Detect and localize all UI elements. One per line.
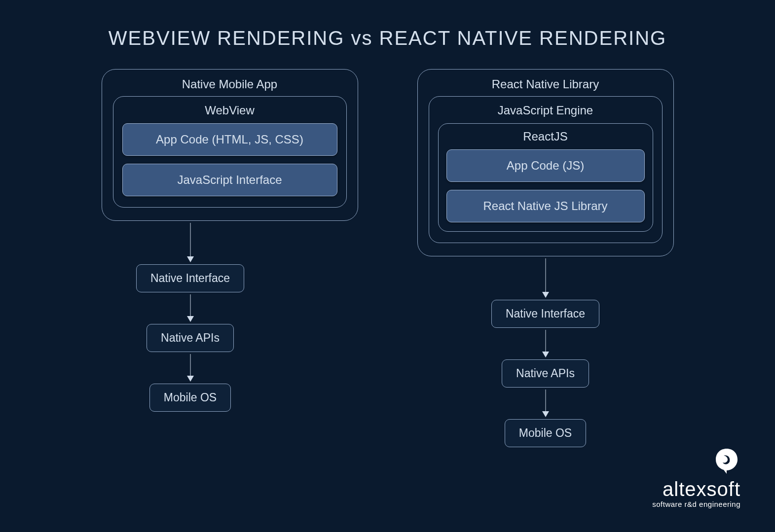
native-apis-box-left: Native APIs (147, 324, 234, 352)
app-code-js-box: App Code (JS) (446, 149, 645, 182)
logo-mark-icon (713, 447, 740, 476)
logo-brand-text: altexsoft (652, 479, 740, 499)
mobile-os-box-right: Mobile OS (505, 419, 586, 447)
arrow-icon (545, 390, 546, 417)
webview-label: WebView (122, 104, 337, 117)
react-native-library-box: React Native Library JavaScript Engine R… (417, 69, 674, 256)
javascript-engine-box: JavaScript Engine ReactJS App Code (JS) … (429, 96, 663, 243)
native-mobile-app-box: Native Mobile App WebView App Code (HTML… (102, 69, 358, 221)
javascript-engine-label: JavaScript Engine (438, 104, 653, 117)
diagram-columns: Native Mobile App WebView App Code (HTML… (0, 69, 775, 447)
webview-column: Native Mobile App WebView App Code (HTML… (102, 69, 358, 447)
diagram-title: WEBVIEW RENDERING vs REACT NATIVE RENDER… (0, 0, 775, 49)
arrow-icon (190, 294, 191, 322)
native-interface-box-right: Native Interface (491, 300, 599, 328)
mobile-os-box-left: Mobile OS (149, 384, 231, 412)
react-native-js-library-box: React Native JS Library (446, 190, 645, 222)
webview-box: WebView App Code (HTML, JS, CSS) JavaScr… (113, 96, 347, 208)
reactjs-label: ReactJS (446, 130, 645, 143)
react-native-column: React Native Library JavaScript Engine R… (417, 69, 674, 447)
app-code-html-box: App Code (HTML, JS, CSS) (122, 123, 337, 156)
arrow-icon (190, 354, 191, 382)
native-mobile-app-label: Native Mobile App (113, 77, 347, 91)
javascript-interface-box: JavaScript Interface (122, 164, 337, 196)
logo-tagline: software r&d engineering (652, 500, 740, 508)
reactjs-box: ReactJS App Code (JS) React Native JS Li… (438, 123, 653, 232)
arrow-icon (545, 258, 546, 298)
native-apis-box-right: Native APIs (502, 359, 589, 388)
react-native-library-label: React Native Library (429, 77, 663, 91)
arrow-icon (190, 223, 191, 262)
arrow-icon (545, 330, 546, 357)
altexsoft-logo: altexsoft software r&d engineering (652, 447, 740, 508)
native-interface-box-left: Native Interface (136, 264, 244, 292)
